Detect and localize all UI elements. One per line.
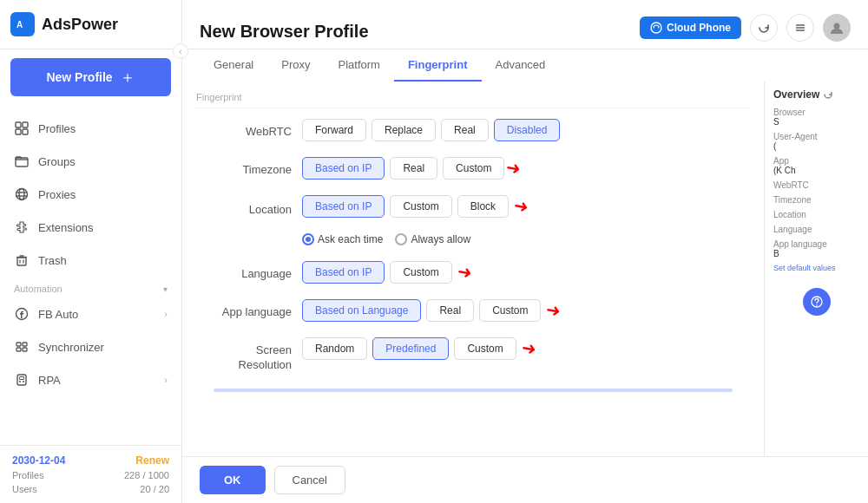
language-basedonip-btn[interactable]: Based on IP: [302, 261, 385, 284]
support-button[interactable]: [803, 288, 831, 316]
sidebar-nav: Profiles Groups Proxies Extensions Trash: [0, 105, 181, 445]
sidebar-item-extensions[interactable]: Extensions: [0, 211, 181, 244]
always-allow-label: Always allow: [411, 233, 470, 245]
refresh-icon-button[interactable]: [750, 14, 778, 42]
plus-icon: ＋: [120, 67, 135, 88]
users-stat-value: 20 / 20: [140, 484, 169, 494]
screen-resolution-row: ScreenResolution Random Predefined Custo…: [196, 337, 750, 373]
timezone-real-btn[interactable]: Real: [390, 157, 437, 180]
app-language-controls: Based on Language Real Custom ➜: [302, 299, 750, 322]
app-lang-custom-btn[interactable]: Custom: [479, 299, 541, 322]
svg-point-29: [834, 23, 840, 29]
fb-auto-label: FB Auto: [38, 308, 78, 321]
language-controls: Based on IP Custom ➜: [302, 261, 750, 284]
trash-icon: [14, 252, 30, 268]
webrtc-row: WebRTC Forward Replace Real Disabled: [196, 119, 750, 141]
sidebar-item-trash[interactable]: Trash: [0, 244, 181, 277]
svg-rect-5: [23, 129, 28, 134]
profiles-stat-value: 228 / 1000: [124, 470, 169, 480]
fb-icon: [14, 306, 30, 322]
app-lang-real-btn[interactable]: Real: [426, 299, 474, 322]
screen-res-arrow-indicator: ➜: [520, 337, 538, 361]
sidebar-item-profiles[interactable]: Profiles: [0, 112, 181, 145]
scroll-indicator: [214, 389, 733, 392]
sync-icon: [14, 339, 30, 355]
timezone-controls: Based on IP Real Custom ➜: [302, 157, 750, 180]
automation-section: Automation ▾: [0, 277, 181, 297]
cancel-button[interactable]: Cancel: [274, 466, 345, 494]
tab-proxy[interactable]: Proxy: [267, 49, 324, 82]
screen-custom-btn[interactable]: Custom: [454, 337, 516, 360]
screen-resolution-label: ScreenResolution: [196, 337, 292, 373]
language-label: Language: [196, 261, 292, 280]
language-row: Language Based on IP Custom ➜: [196, 261, 750, 284]
ok-button[interactable]: OK: [200, 466, 266, 494]
webrtc-real-btn[interactable]: Real: [441, 119, 489, 141]
svg-rect-16: [16, 343, 21, 346]
form-area: Fingerprint WebRTC Forward Replace Real …: [182, 82, 764, 456]
webrtc-forward-btn[interactable]: Forward: [302, 119, 366, 141]
puzzle-icon: [14, 219, 30, 235]
tab-bar: General Proxy Platform Fingerprint Advan…: [182, 49, 868, 82]
timezone-label: Timezone: [196, 157, 292, 176]
location-block-btn[interactable]: Block: [457, 195, 509, 218]
webrtc-replace-btn[interactable]: Replace: [372, 119, 436, 141]
avatar-button[interactable]: [823, 14, 851, 42]
location-row: Location Based on IP Custom Block ➜ Ask …: [196, 195, 750, 245]
main-header: New Browser Profile Cloud Phone: [182, 0, 868, 49]
screen-resolution-controls: Random Predefined Custom ➜: [302, 337, 750, 360]
language-custom-btn[interactable]: Custom: [390, 261, 451, 284]
folder-icon: [14, 154, 30, 169]
overview-location: Location: [773, 210, 859, 219]
svg-point-8: [19, 189, 24, 200]
expiry-date: 2030-12-04: [12, 454, 65, 467]
app-language-label: App language: [196, 299, 292, 318]
webrtc-disabled-btn[interactable]: Disabled: [494, 119, 561, 141]
sidebar-proxies-label: Proxies: [38, 188, 76, 201]
sidebar-trash-label: Trash: [38, 254, 67, 267]
overview-refresh-icon[interactable]: [823, 89, 833, 100]
tab-fingerprint[interactable]: Fingerprint: [394, 49, 482, 82]
tab-platform[interactable]: Platform: [324, 49, 393, 82]
timezone-basedonip-btn[interactable]: Based on IP: [302, 157, 385, 180]
overview-language: Language: [773, 225, 859, 234]
sidebar-collapse-button[interactable]: ‹: [173, 43, 188, 59]
timezone-arrow-indicator: ➜: [504, 157, 523, 180]
logo-text: AdsPower: [42, 16, 118, 34]
cloud-phone-button[interactable]: Cloud Phone: [640, 16, 741, 39]
location-controls: Based on IP Custom Block ➜: [302, 195, 750, 218]
app-lang-based-btn[interactable]: Based on Language: [302, 299, 421, 322]
sidebar-item-groups[interactable]: Groups: [0, 145, 181, 178]
screen-random-btn[interactable]: Random: [302, 337, 367, 360]
list-icon-button[interactable]: [786, 14, 814, 42]
tab-advanced[interactable]: Advanced: [482, 49, 560, 82]
grid-icon: [14, 121, 30, 136]
sidebar-item-fb-auto[interactable]: FB Auto ›: [0, 297, 181, 330]
svg-rect-4: [16, 129, 21, 134]
language-arrow-indicator: ➜: [456, 261, 474, 284]
location-basedonip-btn[interactable]: Based on IP: [302, 195, 385, 218]
location-custom-btn[interactable]: Custom: [390, 195, 451, 218]
logo-icon: A: [10, 12, 35, 36]
svg-rect-19: [23, 348, 27, 351]
chevron-down-icon: ▾: [163, 284, 168, 294]
timezone-custom-btn[interactable]: Custom: [443, 157, 504, 180]
new-profile-button[interactable]: New Profile ＋: [10, 58, 171, 96]
svg-rect-2: [16, 122, 21, 127]
sidebar: A AdsPower New Profile ＋ Profiles Groups…: [0, 0, 182, 503]
tab-general[interactable]: General: [200, 49, 267, 82]
always-allow-radio[interactable]: Always allow: [395, 233, 470, 245]
page-title: New Browser Profile: [200, 22, 629, 42]
sidebar-item-synchronizer[interactable]: Synchronizer: [0, 330, 181, 363]
renew-button[interactable]: Renew: [135, 454, 169, 467]
ask-each-time-radio-dot: [302, 233, 314, 245]
profiles-stat-label: Profiles: [12, 470, 44, 480]
overview-set-defaults: Set default values: [773, 264, 859, 272]
cloud-btn-label: Cloud Phone: [667, 22, 731, 34]
ask-each-time-radio[interactable]: Ask each time: [302, 233, 383, 245]
overview-label: Overview: [773, 88, 819, 101]
sidebar-item-proxies[interactable]: Proxies: [0, 178, 181, 211]
sidebar-item-rpa[interactable]: RPA ›: [0, 363, 181, 396]
sidebar-groups-label: Groups: [38, 155, 76, 168]
screen-predefined-btn[interactable]: Predefined: [372, 337, 449, 360]
